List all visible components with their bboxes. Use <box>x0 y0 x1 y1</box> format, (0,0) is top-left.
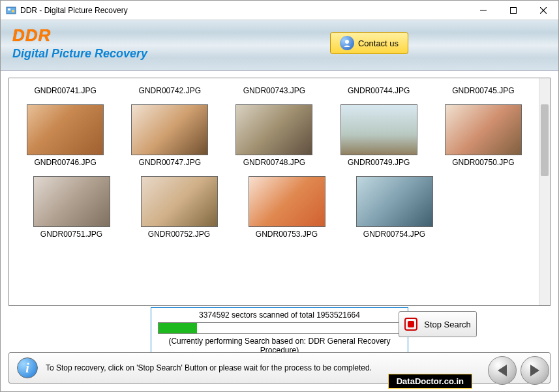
svg-point-2 <box>12 10 14 12</box>
header-banner: DDR Digital Picture Recovery Contact us <box>1 20 558 71</box>
thumbnail-image <box>356 176 433 227</box>
thumbnail-label: GNDR00749.JPG <box>328 158 429 167</box>
maximize-button[interactable] <box>498 1 528 20</box>
gallery-row: GNDR00751.JPG GNDR00752.JPG GNDR00753.JP… <box>13 171 536 243</box>
thumbnail-image <box>141 176 218 227</box>
thumbnail-item[interactable]: GNDR00749.JPG <box>328 99 429 171</box>
window-title: DDR - Digital Picture Recovery <box>20 6 468 15</box>
thumbnail-item[interactable]: GNDR00747.JPG <box>119 99 220 171</box>
progress-bar <box>158 322 401 334</box>
thumbnail-item[interactable]: GNDR00750.JPG <box>432 99 534 171</box>
thumbnail-label: GNDR00750.JPG <box>432 158 534 167</box>
thumbnail-label: GNDR00747.JPG <box>119 158 220 167</box>
thumbnail-image <box>33 176 110 227</box>
brand-logo: DDR <box>12 25 547 46</box>
thumbnail-label: GNDR00742.JPG <box>119 86 220 95</box>
close-button[interactable] <box>528 1 558 20</box>
back-button[interactable] <box>488 356 517 385</box>
thumbnail-item[interactable]: GNDR00745.JPG <box>432 83 534 99</box>
gallery-row: GNDR00741.JPG GNDR00742.JPG GNDR00743.JP… <box>13 83 536 99</box>
contact-us-label: Contact us <box>358 38 399 48</box>
thumbnail-item[interactable]: GNDR00752.JPG <box>128 171 230 243</box>
thumbnail-item[interactable]: GNDR00751.JPG <box>21 171 122 243</box>
thumbnail-image <box>131 104 208 155</box>
info-icon: i <box>17 357 38 378</box>
nav-buttons <box>488 356 549 385</box>
info-text: To Stop recovery, click on 'Stop Search'… <box>46 363 542 372</box>
arrow-right-icon <box>530 365 539 376</box>
stop-search-label: Stop Search <box>424 320 471 329</box>
gallery-scrollbar[interactable] <box>539 78 550 305</box>
gallery-panel: GNDR00741.JPG GNDR00742.JPG GNDR00743.JP… <box>8 78 551 306</box>
thumbnail-item[interactable]: GNDR00754.JPG <box>344 171 445 243</box>
thumbnail-image <box>445 104 522 155</box>
thumbnail-item[interactable]: GNDR00746.JPG <box>15 99 116 171</box>
thumbnail-label: GNDR00752.JPG <box>128 230 230 239</box>
progress-status-text: 3374592 sectors scanned of total 1953521… <box>158 310 401 320</box>
thumbnail-label: GNDR00746.JPG <box>15 158 116 167</box>
thumbnail-item[interactable]: GNDR00743.JPG <box>224 83 325 99</box>
thumbnail-item[interactable]: GNDR00748.JPG <box>224 99 325 171</box>
svg-rect-1 <box>8 8 10 10</box>
thumbnail-item[interactable]: GNDR00741.JPG <box>15 83 116 99</box>
thumbnail-label: GNDR00744.JPG <box>328 86 429 95</box>
scrollbar-thumb[interactable] <box>541 104 549 176</box>
app-icon <box>6 5 16 16</box>
thumbnail-item[interactable]: GNDR00744.JPG <box>328 83 429 99</box>
svg-point-7 <box>345 40 349 44</box>
stop-icon <box>404 318 417 331</box>
thumbnail-label: GNDR00748.JPG <box>224 158 325 167</box>
titlebar: DDR - Digital Picture Recovery <box>1 1 558 20</box>
minimize-button[interactable] <box>468 1 498 20</box>
thumbnail-gallery: GNDR00741.JPG GNDR00742.JPG GNDR00743.JP… <box>10 80 538 304</box>
thumbnail-image <box>27 104 104 155</box>
thumbnail-image <box>340 104 417 155</box>
watermark-label: DataDoctor.co.in <box>388 374 472 389</box>
progress-panel: 3374592 sectors scanned of total 1953521… <box>151 307 408 359</box>
thumbnail-item[interactable]: GNDR00753.JPG <box>236 171 337 243</box>
thumbnail-label: GNDR00753.JPG <box>236 230 337 239</box>
contact-us-button[interactable]: Contact us <box>330 32 408 54</box>
arrow-left-icon <box>498 365 507 376</box>
next-button[interactable] <box>521 356 549 385</box>
thumbnail-label: GNDR00745.JPG <box>432 86 534 95</box>
thumbnail-label: GNDR00754.JPG <box>344 230 445 239</box>
thumbnail-label: GNDR00743.JPG <box>224 86 325 95</box>
app-subtitle: Digital Picture Recovery <box>12 47 547 61</box>
stop-search-button[interactable]: Stop Search <box>399 311 477 337</box>
thumbnail-image <box>249 176 325 227</box>
contact-person-icon <box>340 36 354 50</box>
gallery-row: GNDR00746.JPG GNDR00747.JPG GNDR00748.JP… <box>13 99 536 171</box>
thumbnail-label: GNDR00741.JPG <box>15 86 116 95</box>
thumbnail-image <box>235 104 312 155</box>
thumbnail-label: GNDR00751.JPG <box>21 230 122 239</box>
thumbnail-item[interactable]: GNDR00742.JPG <box>119 83 220 99</box>
progress-fill <box>159 323 197 333</box>
svg-rect-4 <box>511 7 517 13</box>
